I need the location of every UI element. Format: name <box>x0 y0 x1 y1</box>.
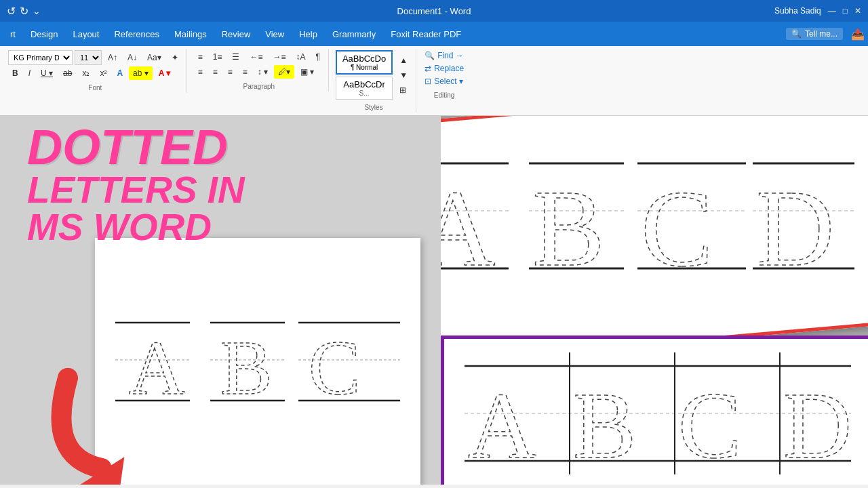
tell-me-search[interactable]: 🔍 Tell me... <box>786 28 843 40</box>
main-area: DOTTED LETTERS IN MS WORD A <box>0 116 868 485</box>
close-icon[interactable]: ✕ <box>854 6 861 16</box>
replace-btn[interactable]: ⇄ Replace <box>423 63 465 74</box>
find-btn[interactable]: 🔍 Find → <box>423 50 465 61</box>
text-effect-btn[interactable]: A <box>113 66 127 80</box>
svg-text:C: C <box>678 373 741 474</box>
menu-item-design[interactable]: Design <box>24 26 64 42</box>
user-name: Subha Sadiq <box>774 6 821 16</box>
search-icon: 🔍 <box>791 29 802 39</box>
style-normal-btn[interactable]: AaBbCcDo ¶ Normal <box>336 50 393 75</box>
left-panel: DOTTED LETTERS IN MS WORD A <box>0 116 441 485</box>
svg-text:A: A <box>468 373 536 474</box>
red-arrow <box>34 367 115 448</box>
menu-item-foxit[interactable]: Foxit Reader PDF <box>384 26 468 42</box>
menu-item-grammarly[interactable]: Grammarly <box>326 26 382 42</box>
select-label: Select ▾ <box>434 77 463 86</box>
show-hide-btn[interactable]: ¶ <box>311 50 323 64</box>
overlay-text: DOTTED LETTERS IN MS WORD <box>27 123 245 246</box>
font-shrink-btn[interactable]: A↓ <box>123 51 141 64</box>
title-line3: MS WORD <box>27 209 245 246</box>
bottom-right-letters-svg: A B C D <box>465 352 851 474</box>
justify-btn[interactable]: ≡ <box>239 65 252 79</box>
redo-icon[interactable]: ↻ <box>20 5 28 18</box>
bullets-btn[interactable]: ≡ <box>194 50 207 64</box>
bold-btn[interactable]: B <box>8 66 22 80</box>
font-group: KG Primary Do 11 A↑ A↓ Aa▾ ✦ B I U ▾ ab … <box>4 49 187 93</box>
italic-btn[interactable]: I <box>24 66 35 80</box>
menu-item-help[interactable]: Help <box>292 26 324 42</box>
font-size-select[interactable]: 11 <box>75 50 102 65</box>
top-right-letters-svg: A B C D <box>441 150 854 299</box>
right-panel: A B C D <box>441 116 868 485</box>
title-bar-controls: ↺ ↻ ⌄ <box>7 5 41 18</box>
menu-bar: rt Design Layout References Mailings Rev… <box>0 22 868 46</box>
paragraph-top-row: ≡ 1≡ ☰ ←≡ →≡ ↕A ¶ <box>194 50 324 64</box>
style-heading-label: S... <box>342 89 387 97</box>
styles-group-label: Styles <box>336 104 412 111</box>
change-case-btn[interactable]: Aa▾ <box>143 51 165 64</box>
select-icon: ⊡ <box>425 77 431 86</box>
title-line2: LETTERS IN <box>27 171 245 209</box>
paragraph-group-label: Paragraph <box>194 83 324 90</box>
svg-text:C: C <box>641 168 713 289</box>
font-name-select[interactable]: KG Primary Do <box>8 50 73 65</box>
clear-format-btn[interactable]: ✦ <box>167 51 182 64</box>
styles-more[interactable]: ⊞ <box>395 83 412 97</box>
font-color-btn[interactable]: A ▾ <box>155 66 175 80</box>
align-left-btn[interactable]: ≡ <box>194 65 207 79</box>
numbering-btn[interactable]: 1≡ <box>209 50 226 64</box>
styles-scroll-down[interactable]: ▼ <box>395 68 412 82</box>
editing-group-label: Editing <box>423 92 465 99</box>
style-preview: AaBbCcDo <box>342 54 386 64</box>
svg-text:A: A <box>441 168 496 289</box>
tell-me-text: Tell me... <box>805 29 837 39</box>
font-grow-btn[interactable]: A↑ <box>104 51 121 64</box>
decrease-indent-btn[interactable]: ←≡ <box>245 50 267 64</box>
borders-btn[interactable]: ▣ ▾ <box>296 65 318 79</box>
shading-btn[interactable]: 🖊▾ <box>274 65 294 79</box>
font-group-label: Font <box>8 84 182 92</box>
menu-item-rt[interactable]: rt <box>3 26 22 42</box>
minimize-icon[interactable]: — <box>828 6 836 16</box>
font-format-row: B I U ▾ ab x₂ x² A ab ▾ A ▾ <box>8 66 174 80</box>
restore-icon[interactable]: □ <box>843 6 848 16</box>
subscript-btn[interactable]: x₂ <box>78 66 94 80</box>
title-bar-user: Subha Sadiq — □ ✕ <box>774 6 861 16</box>
sort-btn[interactable]: ↕A <box>292 50 309 64</box>
svg-text:C: C <box>309 325 361 411</box>
svg-text:D: D <box>783 373 851 474</box>
menu-item-view[interactable]: View <box>258 26 291 42</box>
styles-group: AaBbCcDo ¶ Normal AaBbCcDr S... ▲ ▼ ⊞ St… <box>332 49 416 113</box>
menu-item-review[interactable]: Review <box>215 26 258 42</box>
multilevel-btn[interactable]: ☰ <box>228 50 243 64</box>
share-icon[interactable]: 📤 <box>851 28 865 41</box>
svg-text:B: B <box>573 373 636 474</box>
find-label: Find → <box>437 51 464 60</box>
search-icon-small: 🔍 <box>425 51 435 60</box>
top-right-card: A B C D <box>441 116 868 367</box>
replace-icon: ⇄ <box>425 64 431 73</box>
menu-item-references[interactable]: References <box>107 26 165 42</box>
editing-group: 🔍 Find → ⇄ Replace ⊡ Select ▾ Editing <box>419 49 469 100</box>
styles-scroll-up[interactable]: ▲ <box>395 54 412 67</box>
menu-item-layout[interactable]: Layout <box>66 26 106 42</box>
superscript-btn[interactable]: x² <box>96 66 111 80</box>
strikethrough-btn[interactable]: ab <box>59 66 76 80</box>
menu-item-mailings[interactable]: Mailings <box>167 26 214 42</box>
align-center-btn[interactable]: ≡ <box>209 65 222 79</box>
style-heading-btn[interactable]: AaBbCcDr S... <box>336 77 393 100</box>
paragraph-group: ≡ 1≡ ☰ ←≡ →≡ ↕A ¶ ≡ ≡ ≡ ≡ ↕ ▾ 🖊▾ ▣ ▾ Par… <box>190 49 329 92</box>
underline-btn[interactable]: U ▾ <box>37 66 57 80</box>
font-selectors-row: KG Primary Do 11 A↑ A↓ Aa▾ ✦ <box>8 50 182 65</box>
align-right-btn[interactable]: ≡ <box>224 65 237 79</box>
increase-indent-btn[interactable]: →≡ <box>269 50 290 64</box>
line-spacing-btn[interactable]: ↕ ▾ <box>254 65 272 79</box>
title-line1: DOTTED <box>27 123 245 171</box>
replace-label: Replace <box>434 64 464 73</box>
select-btn[interactable]: ⊡ Select ▾ <box>423 76 465 87</box>
highlight-btn[interactable]: ab ▾ <box>129 66 153 80</box>
undo-icon[interactable]: ↺ <box>7 5 16 18</box>
window-title: Document1 - Word <box>397 6 471 16</box>
paragraph-bot-row: ≡ ≡ ≡ ≡ ↕ ▾ 🖊▾ ▣ ▾ <box>194 65 319 79</box>
customize-icon[interactable]: ⌄ <box>33 5 41 16</box>
